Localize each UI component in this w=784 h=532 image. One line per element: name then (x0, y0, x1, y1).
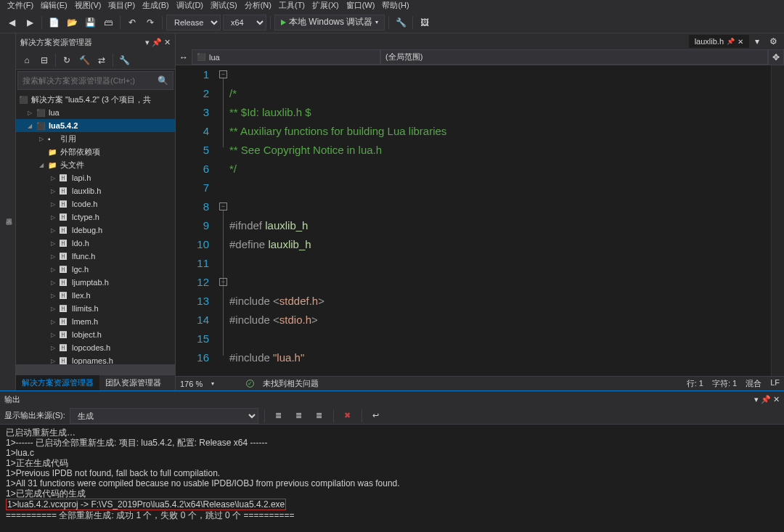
menu-item[interactable]: 生成(B) (142, 0, 169, 12)
clear-icon[interactable]: ✖ (340, 408, 356, 424)
nav-member-select[interactable]: (全局范围) (380, 49, 768, 65)
chevron-right-icon[interactable]: ▷ (51, 214, 60, 221)
chevron-right-icon[interactable]: ▷ (51, 292, 60, 299)
chevron-down-icon[interactable]: ◢ (28, 123, 36, 129)
start-debug-button[interactable]: 本地 Windows 调试器 ▾ (274, 15, 385, 30)
file-node[interactable]: ▷🅷ldebug.h (16, 224, 175, 237)
line-ending[interactable]: LF (770, 378, 780, 389)
horizontal-scrollbar[interactable] (16, 364, 175, 375)
output-source-select[interactable]: 生成 (70, 408, 258, 424)
refresh-icon[interactable]: ↻ (59, 52, 75, 68)
config-select[interactable]: Release (166, 15, 221, 30)
file-node[interactable]: ▷🅷lobject.h (16, 328, 175, 341)
tool-icon[interactable]: ≣ (271, 408, 287, 424)
chevron-right-icon[interactable]: ▷ (39, 136, 48, 142)
close-icon[interactable]: ✕ (773, 395, 780, 404)
headers-node[interactable]: ◢ 📁 头文件 (16, 158, 175, 171)
menu-item[interactable]: 窗口(W) (346, 0, 375, 12)
menu-item[interactable]: 扩展(X) (312, 0, 339, 12)
file-node[interactable]: ▷🅷lauxlib.h (16, 184, 175, 197)
indent-mode[interactable]: 混合 (746, 378, 761, 389)
menu-item[interactable]: 编辑(E) (41, 0, 68, 12)
platform-select[interactable]: x64 (223, 15, 266, 30)
dropdown-icon[interactable]: ▾ (145, 38, 150, 47)
refs-node[interactable]: ▷ ▪ 引用 (16, 132, 175, 145)
nav-forward-icon[interactable]: ▶ (22, 15, 38, 30)
file-node[interactable]: ▷🅷lmem.h (16, 315, 175, 328)
tool-icon[interactable]: ≣ (311, 408, 327, 424)
new-file-icon[interactable]: 📄 (46, 15, 62, 30)
tool-icon[interactable]: 🔨 (76, 52, 92, 68)
solution-node[interactable]: ⬛ 解决方案 "lua5.4.2" (3 个项目，共 (16, 93, 175, 106)
file-node[interactable]: ▷🅷ldo.h (16, 237, 175, 250)
chevron-right-icon[interactable]: ▷ (51, 175, 60, 181)
nav-back-icon[interactable]: ◀ (4, 15, 20, 30)
chevron-right-icon[interactable]: ▷ (51, 240, 60, 247)
search-input[interactable] (23, 76, 158, 85)
fold-toggle[interactable]: − (219, 278, 227, 286)
undo-icon[interactable]: ↶ (124, 15, 140, 30)
redo-icon[interactable]: ↷ (142, 15, 158, 30)
file-node[interactable]: ▷🅷llex.h (16, 289, 175, 302)
editor-tab[interactable]: lauxlib.h 📌 ✕ (689, 35, 749, 48)
explorer-search[interactable]: 🔍 (17, 71, 173, 90)
dropdown-icon[interactable]: ▾ (211, 380, 214, 387)
rail-item[interactable]: 服务器 (3, 210, 15, 216)
pin-icon[interactable]: 📌 (727, 38, 735, 45)
tool-icon[interactable]: 🖼 (417, 15, 433, 30)
chevron-right-icon[interactable]: ▷ (28, 110, 36, 116)
chevron-right-icon[interactable]: ▷ (51, 188, 60, 195)
chevron-right-icon[interactable]: ▷ (51, 332, 60, 338)
file-node[interactable]: ▷🅷lapi.h (16, 171, 175, 184)
file-node[interactable]: ▷🅷lctype.h (16, 210, 175, 224)
pin-icon[interactable]: 📌 (152, 38, 162, 47)
fold-toggle[interactable]: − (219, 70, 227, 78)
close-icon[interactable]: ✕ (738, 38, 743, 46)
dropdown-icon[interactable]: ▾ (754, 395, 759, 404)
file-node[interactable]: ▷🅷lopcodes.h (16, 341, 175, 354)
output-content[interactable]: 已启动重新生成… 1>------ 已启动全部重新生成: 项目: lua5.4.… (0, 425, 784, 532)
menu-item[interactable]: 工具(T) (279, 0, 305, 12)
nav-scope-select[interactable]: ⬛ lua (192, 49, 380, 65)
project-node[interactable]: ▷ ⬛ lua (16, 106, 175, 119)
tool-icon[interactable]: 🔧 (393, 15, 409, 30)
nav-icon[interactable]: ↔ (176, 49, 192, 65)
tab-solution-explorer[interactable]: 解决方案资源管理器 (16, 375, 99, 390)
project-node-selected[interactable]: ◢ ⬛ lua5.4.2 (16, 119, 175, 132)
chevron-right-icon[interactable]: ▷ (51, 227, 60, 234)
menu-item[interactable]: 帮助(H) (382, 0, 409, 12)
tab-team-explorer[interactable]: 团队资源管理器 (99, 375, 167, 390)
menu-item[interactable]: 分析(N) (245, 0, 271, 12)
dropdown-icon[interactable]: ▾ (749, 33, 765, 49)
menu-item[interactable]: 视图(V) (75, 0, 102, 12)
properties-icon[interactable]: 🔧 (116, 52, 132, 68)
chevron-right-icon[interactable]: ▷ (51, 306, 60, 312)
chevron-right-icon[interactable]: ▷ (51, 253, 60, 260)
chevron-right-icon[interactable]: ▷ (51, 279, 60, 286)
chevron-down-icon[interactable]: ◢ (39, 162, 48, 168)
chevron-right-icon[interactable]: ▷ (51, 358, 60, 364)
file-node[interactable]: ▷🅷ljumptab.h (16, 276, 175, 289)
sync-icon[interactable]: ⇄ (94, 52, 110, 68)
save-icon[interactable]: 💾 (82, 15, 98, 30)
file-node[interactable]: ▷🅷lfunc.h (16, 250, 175, 263)
file-node[interactable]: ▷🅷lcode.h (16, 197, 175, 210)
menu-item[interactable]: 文件(F) (7, 0, 33, 12)
menu-item[interactable]: 测试(S) (211, 0, 237, 12)
tool-icon[interactable]: ≣ (291, 408, 307, 424)
chevron-right-icon[interactable]: ▷ (51, 345, 60, 351)
split-icon[interactable]: ✥ (768, 49, 784, 65)
menu-item[interactable]: 项目(P) (108, 0, 135, 12)
open-icon[interactable]: 📂 (64, 15, 80, 30)
wrap-icon[interactable]: ↩ (368, 408, 384, 424)
save-all-icon[interactable]: 🗃 (100, 15, 116, 30)
chevron-right-icon[interactable]: ▷ (51, 201, 60, 208)
collapse-icon[interactable]: ⊟ (36, 52, 52, 68)
search-icon[interactable]: 🔍 (158, 75, 168, 86)
file-node[interactable]: ▷🅷lopnames.h (16, 354, 175, 364)
gear-icon[interactable]: ⚙ (765, 33, 781, 49)
fold-toggle[interactable]: − (219, 202, 227, 210)
home-icon[interactable]: ⌂ (19, 52, 35, 68)
code-content[interactable]: /* ** $Id: lauxlib.h $ ** Auxiliary func… (229, 65, 771, 376)
file-node[interactable]: ▷🅷lgc.h (16, 263, 175, 276)
